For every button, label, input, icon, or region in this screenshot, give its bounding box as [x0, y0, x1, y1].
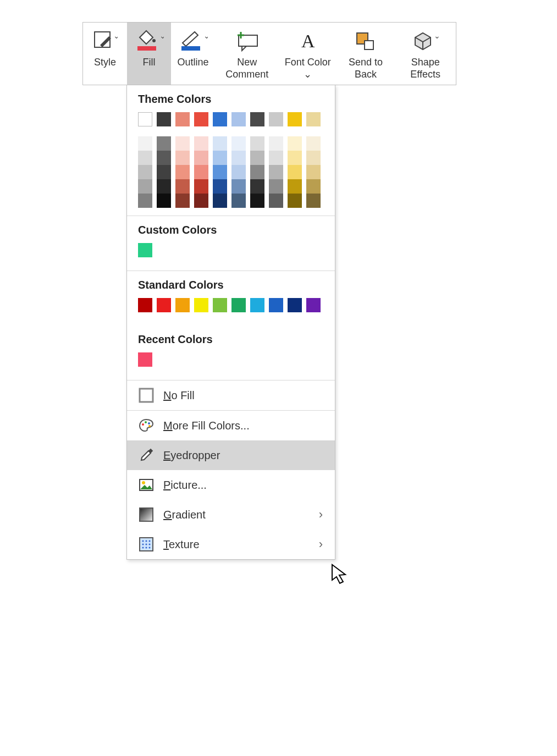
new-comment-label: New Comment — [219, 57, 275, 80]
color-swatch[interactable] — [213, 194, 227, 208]
picture-menu-item[interactable]: Picture... — [127, 470, 335, 500]
theme-color-row — [138, 112, 324, 126]
svg-rect-14 — [140, 389, 153, 402]
color-swatch[interactable] — [213, 112, 227, 126]
color-swatch[interactable] — [250, 165, 264, 179]
color-swatch[interactable] — [231, 136, 246, 151]
svg-rect-12 — [365, 41, 373, 49]
color-swatch[interactable] — [231, 151, 246, 165]
color-swatch[interactable] — [213, 179, 227, 194]
color-swatch[interactable] — [194, 151, 208, 165]
color-swatch[interactable] — [288, 112, 302, 126]
color-swatch[interactable] — [157, 298, 171, 312]
color-swatch[interactable] — [250, 112, 264, 126]
color-swatch[interactable] — [138, 179, 152, 194]
color-swatch[interactable] — [288, 298, 302, 312]
color-swatch[interactable] — [306, 194, 321, 208]
color-swatch[interactable] — [175, 165, 190, 179]
font-color-button[interactable]: A Font Color ⌄ — [279, 23, 337, 85]
svg-point-28 — [146, 544, 147, 545]
color-swatch[interactable] — [138, 243, 152, 257]
recent-color-row — [138, 352, 324, 367]
svg-point-24 — [142, 540, 144, 542]
color-swatch[interactable] — [288, 136, 302, 151]
color-swatch[interactable] — [157, 112, 171, 126]
color-swatch[interactable] — [269, 165, 283, 179]
shape-effects-button[interactable]: ⌄ Shape Effects — [395, 23, 456, 85]
color-swatch[interactable] — [231, 165, 246, 179]
texture-menu-item[interactable]: Texture › — [127, 529, 335, 559]
svg-text:⌄: ⌄ — [159, 31, 164, 40]
send-to-back-button[interactable]: Send to Back — [337, 23, 395, 85]
color-swatch[interactable] — [250, 194, 264, 208]
outline-icon: ⌄ — [178, 28, 208, 53]
color-swatch[interactable] — [231, 194, 246, 208]
svg-point-17 — [148, 422, 150, 424]
color-swatch[interactable] — [194, 136, 208, 151]
color-swatch[interactable] — [157, 136, 171, 151]
no-fill-menu-item[interactable]: No Fill — [127, 380, 335, 410]
gradient-menu-item[interactable]: Gradient › — [127, 500, 335, 529]
fill-dropdown-panel: Theme Colors Custom Colors Standard Colo… — [126, 85, 335, 560]
color-swatch[interactable] — [175, 151, 190, 165]
color-swatch[interactable] — [175, 136, 190, 151]
color-swatch[interactable] — [157, 165, 171, 179]
color-swatch[interactable] — [269, 179, 283, 194]
color-swatch[interactable] — [138, 298, 152, 312]
color-swatch[interactable] — [138, 352, 152, 367]
color-swatch[interactable] — [250, 179, 264, 194]
color-swatch[interactable] — [138, 151, 152, 165]
color-swatch[interactable] — [306, 179, 321, 194]
color-swatch[interactable] — [213, 298, 227, 312]
color-swatch[interactable] — [194, 194, 208, 208]
eyedropper-menu-item[interactable]: Eyedropper — [127, 440, 335, 470]
color-swatch[interactable] — [175, 194, 190, 208]
color-swatch[interactable] — [250, 298, 264, 312]
color-swatch[interactable] — [269, 298, 283, 312]
color-swatch[interactable] — [213, 136, 227, 151]
svg-point-30 — [142, 547, 144, 549]
fill-button[interactable]: ⌄ Fill — [127, 23, 171, 85]
color-swatch[interactable] — [250, 151, 264, 165]
color-swatch[interactable] — [306, 112, 321, 126]
color-swatch[interactable] — [306, 151, 321, 165]
color-swatch[interactable] — [269, 194, 283, 208]
color-swatch[interactable] — [288, 194, 302, 208]
color-swatch[interactable] — [175, 298, 190, 312]
more-colors-menu-item[interactable]: More Fill Colors... — [127, 411, 335, 440]
color-swatch[interactable] — [175, 112, 190, 126]
color-swatch[interactable] — [231, 179, 246, 194]
svg-point-26 — [149, 540, 151, 542]
color-swatch[interactable] — [175, 179, 190, 194]
color-swatch[interactable] — [306, 165, 321, 179]
color-swatch[interactable] — [288, 165, 302, 179]
color-swatch[interactable] — [250, 136, 264, 151]
color-swatch[interactable] — [138, 194, 152, 208]
color-swatch[interactable] — [194, 165, 208, 179]
color-swatch[interactable] — [138, 136, 152, 151]
color-swatch[interactable] — [194, 179, 208, 194]
color-swatch[interactable] — [288, 151, 302, 165]
color-swatch[interactable] — [157, 151, 171, 165]
new-comment-button[interactable]: New Comment — [215, 23, 279, 85]
color-swatch[interactable] — [288, 179, 302, 194]
outline-button[interactable]: ⌄ Outline — [171, 23, 215, 85]
color-swatch[interactable] — [213, 165, 227, 179]
svg-point-18 — [148, 425, 151, 427]
color-swatch[interactable] — [306, 136, 321, 151]
color-swatch[interactable] — [194, 112, 208, 126]
color-swatch[interactable] — [269, 151, 283, 165]
color-swatch[interactable] — [138, 165, 152, 179]
style-button[interactable]: ⌄ Style — [83, 23, 127, 85]
color-swatch[interactable] — [157, 179, 171, 194]
color-swatch[interactable] — [231, 112, 246, 126]
color-swatch[interactable] — [269, 112, 283, 126]
color-swatch[interactable] — [269, 136, 283, 151]
color-swatch[interactable] — [306, 298, 321, 312]
mouse-cursor — [330, 564, 350, 586]
color-swatch[interactable] — [213, 151, 227, 165]
color-swatch[interactable] — [231, 298, 246, 312]
color-swatch[interactable] — [194, 298, 208, 312]
color-swatch[interactable] — [157, 194, 171, 208]
color-swatch[interactable] — [138, 112, 152, 126]
